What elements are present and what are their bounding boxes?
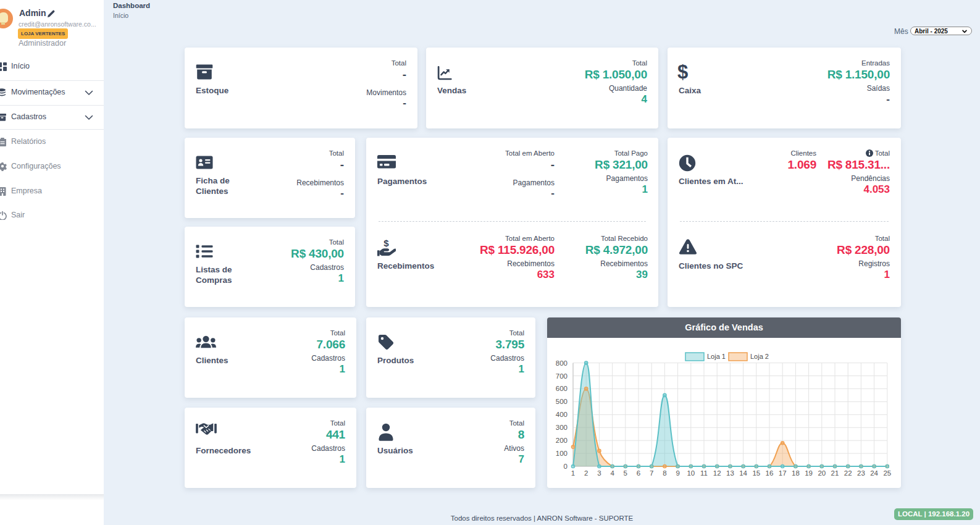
svg-text:11: 11 (700, 469, 708, 477)
svg-text:22: 22 (844, 469, 852, 477)
svg-text:5: 5 (624, 469, 627, 477)
svg-text:15: 15 (752, 469, 760, 477)
svg-text:25: 25 (883, 469, 891, 477)
svg-text:2: 2 (584, 469, 588, 477)
svg-text:20: 20 (818, 469, 826, 477)
svg-text:700: 700 (556, 372, 567, 380)
svg-text:10: 10 (687, 469, 695, 477)
svg-text:8: 8 (663, 469, 666, 477)
svg-text:300: 300 (556, 424, 567, 431)
svg-text:23: 23 (857, 469, 865, 477)
svg-text:21: 21 (831, 469, 839, 477)
svg-text:4: 4 (610, 469, 614, 477)
svg-text:1: 1 (571, 469, 575, 477)
svg-text:Loja 2: Loja 2 (750, 353, 769, 360)
svg-text:0: 0 (564, 463, 567, 470)
svg-text:500: 500 (556, 398, 567, 405)
svg-text:17: 17 (779, 469, 787, 477)
svg-text:200: 200 (556, 437, 567, 444)
svg-text:12: 12 (713, 469, 721, 477)
svg-text:600: 600 (556, 385, 567, 392)
svg-text:6: 6 (637, 469, 640, 477)
svg-text:24: 24 (870, 469, 878, 477)
svg-text:800: 800 (556, 359, 567, 367)
svg-text:Loja 1: Loja 1 (707, 353, 726, 360)
svg-text:7: 7 (650, 469, 653, 477)
svg-text:13: 13 (726, 469, 734, 477)
svg-text:$: $ (383, 238, 389, 248)
svg-text:100: 100 (556, 450, 567, 457)
svg-text:18: 18 (792, 469, 800, 477)
svg-text:400: 400 (556, 411, 567, 418)
svg-text:14: 14 (739, 469, 747, 477)
svg-text:9: 9 (676, 469, 679, 477)
svg-text:3: 3 (597, 469, 601, 477)
svg-text:19: 19 (805, 469, 813, 477)
svg-text:16: 16 (766, 469, 774, 477)
